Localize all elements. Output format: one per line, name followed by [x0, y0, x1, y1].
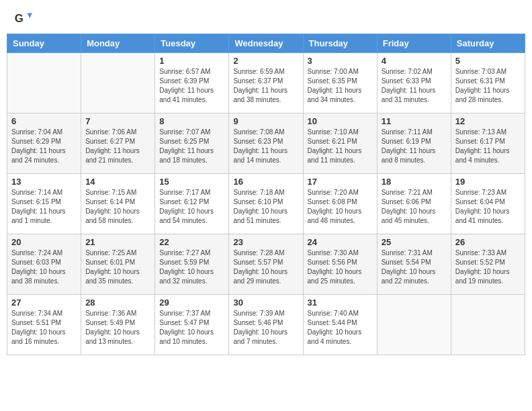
calendar-cell [81, 53, 155, 113]
cell-info-text: Sunrise: 7:20 AM Sunset: 6:08 PM Dayligh… [308, 188, 373, 226]
cell-day-number: 10 [308, 116, 373, 126]
cell-day-number: 1 [159, 56, 224, 66]
calendar-cell: 5Sunrise: 7:03 AM Sunset: 6:31 PM Daylig… [451, 53, 525, 113]
cell-day-number: 23 [233, 237, 298, 247]
day-header-friday: Friday [377, 34, 451, 53]
calendar-cell: 23Sunrise: 7:28 AM Sunset: 5:57 PM Dayli… [229, 234, 303, 295]
cell-info-text: Sunrise: 7:17 AM Sunset: 6:12 PM Dayligh… [159, 188, 224, 226]
cell-info-text: Sunrise: 7:06 AM Sunset: 6:27 PM Dayligh… [85, 128, 150, 165]
cell-day-number: 11 [382, 116, 447, 126]
calendar-cell: 9Sunrise: 7:08 AM Sunset: 6:23 PM Daylig… [229, 113, 303, 174]
day-header-sunday: Sunday [7, 34, 81, 53]
cell-info-text: Sunrise: 7:08 AM Sunset: 6:23 PM Dayligh… [233, 128, 298, 165]
calendar-cell: 3Sunrise: 7:00 AM Sunset: 6:35 PM Daylig… [303, 53, 377, 113]
cell-info-text: Sunrise: 7:24 AM Sunset: 6:03 PM Dayligh… [11, 248, 77, 286]
cell-day-number: 29 [159, 298, 224, 308]
calendar-cell: 17Sunrise: 7:20 AM Sunset: 6:08 PM Dayli… [303, 174, 377, 234]
calendar-cell: 1Sunrise: 6:57 AM Sunset: 6:39 PM Daylig… [155, 53, 229, 113]
cell-info-text: Sunrise: 7:00 AM Sunset: 6:35 PM Dayligh… [308, 67, 373, 105]
cell-info-text: Sunrise: 7:28 AM Sunset: 5:57 PM Dayligh… [233, 248, 298, 286]
calendar-week-row: 13Sunrise: 7:14 AM Sunset: 6:15 PM Dayli… [7, 174, 525, 234]
calendar-header-row: SundayMondayTuesdayWednesdayThursdayFrid… [7, 34, 525, 53]
cell-info-text: Sunrise: 7:39 AM Sunset: 5:46 PM Dayligh… [233, 309, 298, 347]
cell-info-text: Sunrise: 7:37 AM Sunset: 5:47 PM Dayligh… [159, 309, 224, 347]
calendar-cell: 8Sunrise: 7:07 AM Sunset: 6:25 PM Daylig… [155, 113, 229, 174]
cell-day-number: 4 [382, 56, 447, 66]
page-header: G [0, 0, 532, 34]
calendar-cell: 19Sunrise: 7:23 AM Sunset: 6:04 PM Dayli… [451, 174, 525, 234]
cell-day-number: 8 [159, 116, 224, 126]
logo-icon: G [13, 9, 32, 28]
cell-info-text: Sunrise: 7:15 AM Sunset: 6:14 PM Dayligh… [85, 188, 150, 226]
cell-info-text: Sunrise: 7:25 AM Sunset: 6:01 PM Dayligh… [85, 248, 150, 286]
cell-info-text: Sunrise: 7:31 AM Sunset: 5:54 PM Dayligh… [382, 248, 447, 286]
cell-day-number: 2 [233, 56, 298, 66]
calendar-cell: 6Sunrise: 7:04 AM Sunset: 6:29 PM Daylig… [7, 113, 81, 174]
cell-info-text: Sunrise: 7:34 AM Sunset: 5:51 PM Dayligh… [11, 309, 77, 347]
calendar-week-row: 6Sunrise: 7:04 AM Sunset: 6:29 PM Daylig… [7, 113, 525, 174]
cell-day-number: 7 [85, 116, 150, 126]
day-header-monday: Monday [81, 34, 155, 53]
calendar-cell: 29Sunrise: 7:37 AM Sunset: 5:47 PM Dayli… [155, 295, 229, 355]
cell-day-number: 22 [159, 237, 224, 247]
day-header-thursday: Thursday [303, 34, 377, 53]
cell-info-text: Sunrise: 7:14 AM Sunset: 6:15 PM Dayligh… [11, 188, 77, 226]
cell-day-number: 6 [11, 116, 77, 126]
cell-day-number: 24 [308, 237, 373, 247]
cell-info-text: Sunrise: 7:07 AM Sunset: 6:25 PM Dayligh… [159, 128, 224, 165]
calendar-cell: 24Sunrise: 7:30 AM Sunset: 5:56 PM Dayli… [303, 234, 377, 295]
cell-day-number: 20 [11, 237, 77, 247]
calendar-cell: 12Sunrise: 7:13 AM Sunset: 6:17 PM Dayli… [451, 113, 525, 174]
calendar-cell: 27Sunrise: 7:34 AM Sunset: 5:51 PM Dayli… [7, 295, 81, 355]
svg-marker-1 [28, 13, 32, 18]
calendar-cell: 25Sunrise: 7:31 AM Sunset: 5:54 PM Dayli… [377, 234, 451, 295]
cell-day-number: 19 [455, 177, 521, 187]
cell-info-text: Sunrise: 7:04 AM Sunset: 6:29 PM Dayligh… [11, 128, 77, 165]
calendar-cell: 13Sunrise: 7:14 AM Sunset: 6:15 PM Dayli… [7, 174, 81, 234]
calendar-cell: 16Sunrise: 7:18 AM Sunset: 6:10 PM Dayli… [229, 174, 303, 234]
cell-info-text: Sunrise: 7:23 AM Sunset: 6:04 PM Dayligh… [455, 188, 521, 226]
cell-info-text: Sunrise: 7:02 AM Sunset: 6:33 PM Dayligh… [382, 67, 447, 105]
cell-day-number: 21 [85, 237, 150, 247]
cell-info-text: Sunrise: 7:21 AM Sunset: 6:06 PM Dayligh… [382, 188, 447, 226]
cell-day-number: 3 [308, 56, 373, 66]
calendar-cell: 2Sunrise: 6:59 AM Sunset: 6:37 PM Daylig… [229, 53, 303, 113]
cell-day-number: 9 [233, 116, 298, 126]
calendar-cell [451, 295, 525, 355]
cell-day-number: 18 [382, 177, 447, 187]
calendar-cell [377, 295, 451, 355]
logo: G [13, 9, 35, 28]
calendar-cell: 30Sunrise: 7:39 AM Sunset: 5:46 PM Dayli… [229, 295, 303, 355]
cell-day-number: 16 [233, 177, 298, 187]
cell-info-text: Sunrise: 7:33 AM Sunset: 5:52 PM Dayligh… [455, 248, 521, 286]
cell-info-text: Sunrise: 7:40 AM Sunset: 5:44 PM Dayligh… [308, 309, 373, 347]
cell-info-text: Sunrise: 6:59 AM Sunset: 6:37 PM Dayligh… [233, 67, 298, 105]
cell-day-number: 15 [159, 177, 224, 187]
calendar-cell: 11Sunrise: 7:11 AM Sunset: 6:19 PM Dayli… [377, 113, 451, 174]
cell-info-text: Sunrise: 7:27 AM Sunset: 5:59 PM Dayligh… [159, 248, 224, 286]
cell-day-number: 14 [85, 177, 150, 187]
cell-day-number: 31 [308, 298, 373, 308]
calendar-cell: 7Sunrise: 7:06 AM Sunset: 6:27 PM Daylig… [81, 113, 155, 174]
calendar-cell: 31Sunrise: 7:40 AM Sunset: 5:44 PM Dayli… [303, 295, 377, 355]
calendar-cell: 15Sunrise: 7:17 AM Sunset: 6:12 PM Dayli… [155, 174, 229, 234]
day-header-wednesday: Wednesday [229, 34, 303, 53]
cell-info-text: Sunrise: 7:13 AM Sunset: 6:17 PM Dayligh… [455, 128, 521, 165]
cell-day-number: 25 [382, 237, 447, 247]
cell-info-text: Sunrise: 6:57 AM Sunset: 6:39 PM Dayligh… [159, 67, 224, 105]
calendar-week-row: 27Sunrise: 7:34 AM Sunset: 5:51 PM Dayli… [7, 295, 525, 355]
cell-day-number: 26 [455, 237, 521, 247]
cell-day-number: 28 [85, 298, 150, 308]
calendar-cell: 18Sunrise: 7:21 AM Sunset: 6:06 PM Dayli… [377, 174, 451, 234]
calendar-cell: 10Sunrise: 7:10 AM Sunset: 6:21 PM Dayli… [303, 113, 377, 174]
calendar-cell: 28Sunrise: 7:36 AM Sunset: 5:49 PM Dayli… [81, 295, 155, 355]
calendar-cell: 4Sunrise: 7:02 AM Sunset: 6:33 PM Daylig… [377, 53, 451, 113]
cell-day-number: 13 [11, 177, 77, 187]
cell-info-text: Sunrise: 7:30 AM Sunset: 5:56 PM Dayligh… [308, 248, 373, 286]
calendar-table: SundayMondayTuesdayWednesdayThursdayFrid… [7, 34, 525, 355]
calendar-cell: 14Sunrise: 7:15 AM Sunset: 6:14 PM Dayli… [81, 174, 155, 234]
cell-info-text: Sunrise: 7:10 AM Sunset: 6:21 PM Dayligh… [308, 128, 373, 165]
cell-day-number: 30 [233, 298, 298, 308]
calendar-cell: 21Sunrise: 7:25 AM Sunset: 6:01 PM Dayli… [81, 234, 155, 295]
cell-info-text: Sunrise: 7:03 AM Sunset: 6:31 PM Dayligh… [455, 67, 521, 105]
